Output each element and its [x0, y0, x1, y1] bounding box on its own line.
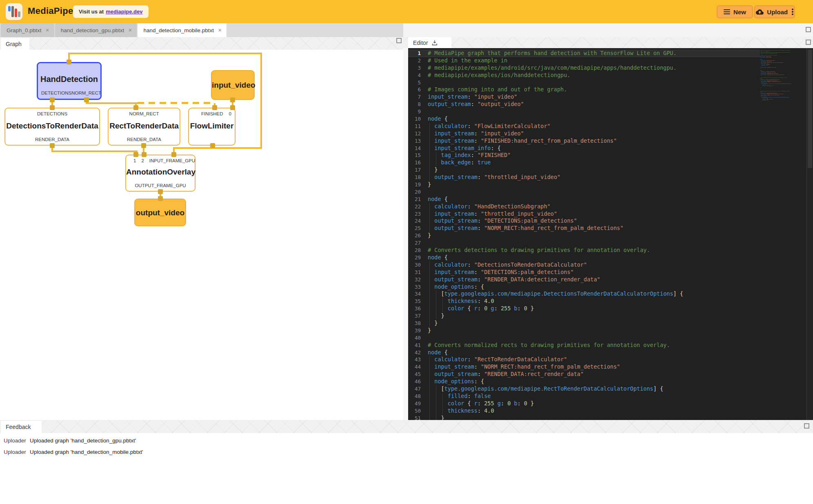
node-flow-limiter[interactable]: FINISHED 0 FlowLimiter [188, 108, 235, 146]
code-lines[interactable]: 1# MediaPipe graph that performs hand de… [408, 50, 760, 420]
maximize-icon[interactable] [804, 423, 809, 429]
code-line-1[interactable]: 1# MediaPipe graph that performs hand de… [408, 50, 760, 57]
close-icon[interactable]: ✕ [217, 27, 222, 34]
code-line-46[interactable]: 46 node_options: { [408, 378, 760, 385]
line-text: input_stream: "FINISHED:hand_rect_from_p… [428, 137, 760, 145]
code-line-13[interactable]: 13 input_stream: "FINISHED:hand_rect_fro… [408, 137, 760, 145]
line-text: output_stream: "DETECTIONS:palm_detectio… [428, 217, 760, 225]
close-icon[interactable]: ✕ [127, 27, 133, 34]
code-line-31[interactable]: 31 input_stream: "DETECTIONS:palm_detect… [408, 269, 760, 276]
code-line-9[interactable]: 9 [408, 108, 760, 115]
code-line-29[interactable]: 29node { [408, 254, 760, 261]
code-line-15[interactable]: 15 tag_index: "FINISHED" [408, 152, 760, 159]
code-line-25[interactable]: 25 output_stream: "NORM_RECT:hand_rect_f… [408, 225, 760, 232]
code-line-44[interactable]: 44 input_stream: "NORM_RECT:hand_rect_fr… [408, 363, 760, 371]
line-text: output_stream: "output_video" [428, 101, 760, 108]
code-line-17[interactable]: 17 } [408, 166, 760, 174]
code-line-35[interactable]: 35 thickness: 4.0 [408, 298, 760, 305]
new-button-label: New [733, 9, 746, 15]
code-line-2[interactable]: 2# Used in the example in [408, 57, 760, 64]
code-line-3[interactable]: 3# mediapipie/examples/android/src/java/… [408, 64, 760, 72]
node-output-video[interactable]: output_video [134, 199, 186, 226]
code-line-34[interactable]: 34 [type.googleapis.com/mediapipe.Detect… [408, 290, 760, 298]
code-line-22[interactable]: 22 calculator: "HandDetectionSubgraph" [408, 203, 760, 210]
indent-guide [436, 152, 436, 159]
maximize-icon[interactable] [806, 27, 811, 32]
line-number: 7 [408, 93, 428, 101]
code-line-45[interactable]: 45 output_stream: "RENDER_DATA:rect_rend… [408, 371, 760, 378]
line-text [428, 334, 760, 342]
code-line-50[interactable]: 50 thickness: 4.0 [408, 407, 760, 415]
code-line-41[interactable]: 41# Converts normalized rects to drawing… [408, 342, 760, 349]
node-detections-to-render-data[interactable]: DETECTIONS DetectionsToRenderData RENDER… [4, 108, 100, 146]
panel-divider[interactable] [403, 48, 408, 420]
code-line-14[interactable]: 14 input_stream_info: { [408, 145, 760, 152]
code-line-28[interactable]: 28# Converts detections to drawing primi… [408, 247, 760, 254]
tab-feedback[interactable]: Feedback [1, 421, 42, 433]
tab-hand_detection_gpu.pbtxt[interactable]: hand_detection_gpu.pbtxt✕ [55, 23, 137, 37]
code-line-10[interactable]: 10node { [408, 115, 760, 123]
code-line-11[interactable]: 11 calculator: "FlowLimiterCalculator" [408, 123, 760, 130]
code-line-27[interactable]: 27 [408, 239, 760, 247]
code-line-40[interactable]: 40 [408, 334, 760, 342]
code-line-32[interactable]: 32 output_stream: "RENDER_DATA:detection… [408, 276, 760, 283]
tab-editor[interactable]: Editor [408, 37, 451, 48]
code-line-8[interactable]: 8output_stream: "output_video" [408, 101, 760, 108]
code-line-42[interactable]: 42node { [408, 349, 760, 356]
code-line-6[interactable]: 6# Images coming into and out of the gra… [408, 86, 760, 93]
line-number: 28 [408, 247, 428, 254]
code-line-26[interactable]: 26} [408, 232, 760, 239]
code-line-38[interactable]: 38 } [408, 320, 760, 327]
code-line-48[interactable]: 48 filled: false [408, 393, 760, 400]
maximize-icon[interactable] [806, 40, 811, 45]
indent-guide [436, 415, 436, 420]
new-button[interactable]: New [717, 5, 753, 18]
indent-guide [429, 276, 430, 283]
node-annotation-overlay[interactable]: 1 2 INPUT_FRAME_GPU AnnotationOverlay OU… [125, 155, 195, 192]
tab-Graph_0.pbtxt[interactable]: Graph_0.pbtxt✕ [1, 23, 54, 37]
code-line-19[interactable]: 19} [408, 181, 760, 188]
tab-hand_detection_mobile.pbtxt[interactable]: hand_detection_mobile.pbtxt✕ [138, 23, 227, 37]
node-title: RectToRenderData [109, 122, 180, 130]
indent-guide [442, 305, 443, 312]
kebab-icon[interactable] [792, 9, 793, 15]
download-icon[interactable] [431, 40, 438, 46]
port [230, 105, 235, 110]
upload-button[interactable]: Upload [754, 5, 795, 18]
code-line-5[interactable]: 5 [408, 79, 760, 86]
maximize-icon[interactable] [396, 38, 402, 43]
node-rect-to-render-data[interactable]: NORM_RECT RectToRenderData RENDER_DATA [108, 108, 180, 146]
indent-guide [442, 393, 443, 400]
line-number: 16 [408, 159, 428, 166]
graph-canvas[interactable] [0, 50, 403, 420]
scrollbar-thumb[interactable] [808, 50, 812, 168]
code-line-43[interactable]: 43 calculator: "RectToRenderDataCalculat… [408, 356, 760, 363]
code-line-36[interactable]: 36 color { r: 0 g: 255 b: 0 } [408, 305, 760, 312]
code-line-39[interactable]: 39} [408, 327, 760, 334]
code-line-12[interactable]: 12 input_stream: "input_video" [408, 130, 760, 137]
code-line-20[interactable]: 20 [408, 188, 760, 196]
code-line-18[interactable]: 18 output_stream: "throttled_input_video… [408, 174, 760, 181]
code-line-4[interactable]: 4# mediapipie/examples/ios/handdetection… [408, 72, 760, 79]
minimap[interactable]: # MediaPipe graph that performs hand det… [760, 50, 801, 418]
code-editor[interactable]: 1# MediaPipe graph that performs hand de… [408, 48, 813, 420]
port [133, 152, 138, 157]
node-input-video[interactable]: input_video [211, 70, 255, 100]
node-hand-detection[interactable]: HandDetection DETECTIONS NORM_RECT [37, 62, 102, 100]
code-line-47[interactable]: 47 [type.googleapis.com/mediapipe.RectTo… [408, 385, 760, 393]
code-line-24[interactable]: 24 output_stream: "DETECTIONS:palm_detec… [408, 217, 760, 225]
close-icon[interactable]: ✕ [45, 27, 50, 34]
code-line-23[interactable]: 23 input_stream: "throttled_input_video" [408, 210, 760, 218]
code-line-49[interactable]: 49 color { r: 255 g: 0 b: 0 } [408, 400, 760, 407]
code-line-16[interactable]: 16 back_edge: true [408, 159, 760, 166]
indent-guide [436, 290, 436, 298]
code-line-30[interactable]: 30 calculator: "DetectionsToRenderDataCa… [408, 261, 760, 269]
code-line-21[interactable]: 21node { [408, 196, 760, 203]
tab-graph[interactable]: Graph [1, 38, 29, 50]
mediapipe-dev-link[interactable]: mediapipe.dev [106, 9, 142, 15]
back-edge-dashed [138, 102, 214, 104]
code-line-33[interactable]: 33 node_options: { [408, 283, 760, 291]
code-line-37[interactable]: 37 } [408, 312, 760, 320]
code-line-7[interactable]: 7input_stream: "input_video" [408, 93, 760, 101]
code-line-51[interactable]: 51 } [408, 415, 760, 420]
